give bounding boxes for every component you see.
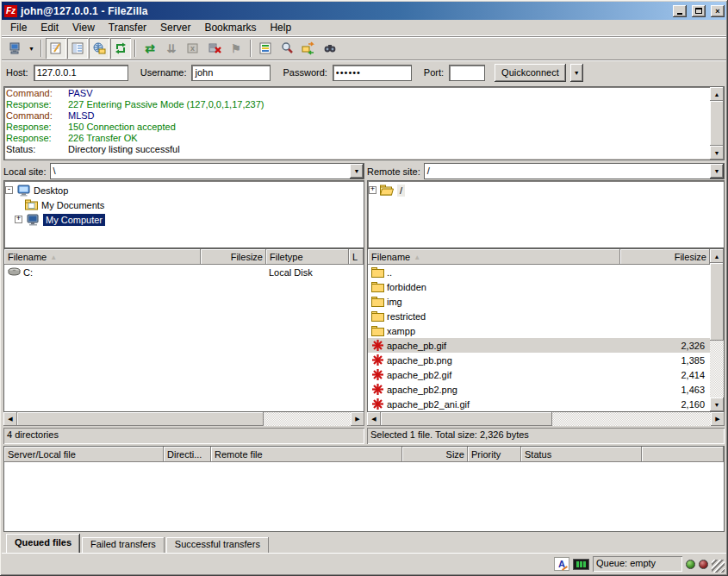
toggle-local-tree-button[interactable] (67, 38, 88, 59)
remote-horizontal-scrollbar[interactable]: ◀ ▶ (367, 412, 725, 426)
username-input[interactable] (191, 65, 271, 81)
menu-help[interactable]: Help (263, 20, 298, 35)
tab-failed-transfers[interactable]: Failed transfers (82, 537, 165, 553)
tree-item-desktop[interactable]: - Desktop (5, 183, 363, 197)
local-site-combo[interactable]: \ ▼ (50, 163, 364, 179)
expand-icon[interactable]: + (15, 216, 22, 223)
remote-file-row[interactable]: xampp (368, 323, 710, 338)
tab-successful-transfers[interactable]: Successful transfers (166, 537, 269, 553)
log-scrollbar[interactable]: ▲ ▼ (710, 87, 724, 160)
sort-ascending-icon: ▲ (50, 254, 57, 261)
local-column-last-modified[interactable]: L (349, 249, 364, 265)
local-column-filesize[interactable]: Filesize (201, 249, 266, 265)
local-column-filename[interactable]: Filename▲ (4, 249, 201, 265)
combo-dropdown-button[interactable]: ▼ (350, 164, 364, 178)
reconnect-button[interactable]: ⚑ (226, 38, 246, 59)
collapse-icon[interactable]: - (5, 186, 13, 194)
refresh-button[interactable]: ⇄ (140, 38, 160, 59)
remote-file-row-selected[interactable]: apache_pb.gif 2,326 (368, 338, 710, 353)
menu-file[interactable]: File (3, 20, 34, 35)
remote-column-filesize[interactable]: Filesize (620, 249, 710, 265)
quickconnect-dropdown[interactable]: ▼ (570, 64, 583, 82)
scroll-right-arrow[interactable]: ▶ (351, 412, 364, 426)
toggle-remote-tree-icon (92, 41, 106, 55)
tab-queued-files[interactable]: Queued files (6, 534, 80, 553)
tree-item-my-computer[interactable]: + My Computer (5, 212, 363, 227)
process-queue-button[interactable]: ⇊ (161, 38, 182, 59)
speed-limits-icon[interactable] (573, 559, 589, 570)
scroll-track[interactable] (381, 412, 711, 426)
scroll-track[interactable] (17, 412, 351, 426)
password-input[interactable] (333, 65, 412, 81)
quickconnect-button[interactable]: Quickconnect (495, 64, 566, 82)
cancel-operation-button[interactable]: x (183, 38, 203, 59)
scroll-left-arrow[interactable]: ◀ (3, 412, 17, 426)
menu-view[interactable]: View (65, 20, 102, 35)
queue-column-remote-file[interactable]: Remote file (211, 447, 402, 462)
scroll-thumb[interactable] (710, 101, 724, 146)
folder-icon (370, 280, 384, 294)
scroll-thumb[interactable] (381, 412, 552, 426)
scroll-down-arrow[interactable]: ▼ (710, 398, 724, 411)
scroll-up-arrow[interactable]: ▲ (710, 87, 724, 101)
scroll-thumb[interactable] (710, 263, 724, 341)
queue-column-status[interactable]: Status (521, 447, 642, 462)
compare-button[interactable] (277, 38, 297, 59)
tree-item-label: / (397, 185, 405, 197)
local-horizontal-scrollbar[interactable]: ◀ ▶ (3, 412, 364, 426)
toggle-remote-tree-button[interactable] (89, 38, 109, 59)
local-tree: - Desktop My Documents + (3, 180, 364, 248)
scroll-track[interactable] (710, 101, 724, 146)
queue-column-size[interactable]: Size (402, 447, 468, 462)
image-file-icon (370, 339, 384, 353)
remote-file-row[interactable]: apache_pb2.gif 2,414 (368, 367, 710, 382)
host-input[interactable] (34, 65, 128, 81)
local-column-filetype[interactable]: Filetype (266, 249, 349, 265)
local-file-row-c-drive[interactable]: C: Local Disk (4, 265, 364, 279)
expand-icon[interactable]: + (369, 186, 376, 194)
toggle-local-tree-icon (71, 41, 84, 55)
tree-item-my-documents[interactable]: My Documents (5, 197, 363, 212)
scroll-left-arrow[interactable]: ◀ (367, 412, 381, 426)
remote-file-row[interactable]: apache_pb.png 1,385 (368, 353, 710, 367)
remote-file-row[interactable]: apache_pb2_ani.gif 2,160 (368, 397, 710, 411)
sync-browse-button[interactable] (298, 38, 319, 59)
remote-site-combo[interactable]: / ▼ (424, 163, 725, 179)
remote-file-row[interactable]: apache_pb2.png 1,463 (368, 382, 710, 397)
close-button[interactable]: × (711, 5, 725, 17)
find-files-button[interactable] (320, 38, 340, 59)
scroll-down-arrow[interactable]: ▼ (710, 146, 724, 160)
queue-column-server-local-file[interactable]: Server/Local file (4, 447, 164, 462)
tree-item-root[interactable]: + / (369, 183, 723, 197)
scroll-track[interactable] (710, 263, 724, 398)
transfer-type-ascii-icon[interactable]: A (554, 557, 569, 571)
remote-file-row[interactable]: restricted (368, 309, 710, 323)
toggle-transfer-queue-button[interactable] (110, 38, 131, 59)
remote-vertical-scrollbar[interactable]: ▲ ▼ (710, 249, 724, 411)
titlebar[interactable]: Fz john@127.0.0.1 - FileZilla × (2, 2, 726, 20)
remote-file-row[interactable]: forbidden (368, 279, 710, 294)
minimize-button[interactable] (673, 5, 687, 17)
queue-column-priority[interactable]: Priority (468, 447, 521, 462)
scroll-up-arrow[interactable]: ▲ (710, 249, 724, 263)
menu-edit[interactable]: Edit (34, 20, 65, 35)
maximize-button[interactable] (692, 5, 706, 17)
toggle-message-log-button[interactable] (46, 38, 66, 59)
menu-transfer[interactable]: Transfer (102, 20, 153, 35)
scroll-thumb[interactable] (17, 412, 264, 426)
queue-column-direction[interactable]: Directi... (164, 447, 211, 462)
scroll-right-arrow[interactable]: ▶ (711, 412, 725, 426)
filter-button[interactable] (255, 38, 276, 59)
remote-file-row[interactable]: .. (368, 265, 710, 279)
site-manager-button[interactable] (4, 38, 25, 59)
combo-dropdown-button[interactable]: ▼ (710, 164, 724, 178)
remote-column-filename[interactable]: Filename▲ (368, 249, 620, 265)
disconnect-button[interactable] (204, 38, 225, 59)
menu-server[interactable]: Server (153, 20, 197, 35)
resize-grip[interactable] (712, 560, 725, 573)
site-manager-dropdown[interactable]: ▼ (26, 38, 37, 59)
port-input[interactable] (449, 65, 485, 81)
menu-bookmarks[interactable]: Bookmarks (197, 20, 263, 35)
remote-file-row[interactable]: img (368, 294, 710, 309)
file-name: C: (23, 267, 33, 278)
